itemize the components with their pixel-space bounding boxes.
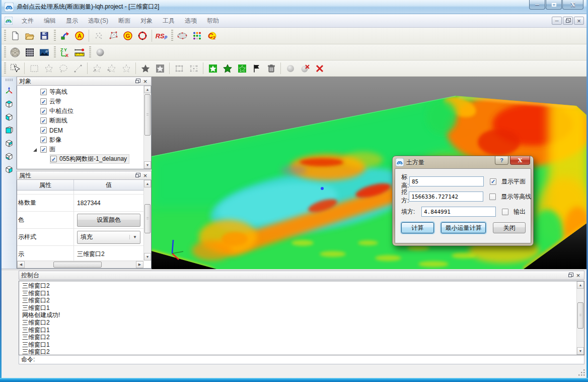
resample-button[interactable]: RSp: [154, 29, 169, 43]
accept-selection-button[interactable]: [220, 61, 235, 75]
expand-arrow-icon[interactable]: [33, 148, 37, 152]
menu-select[interactable]: 选取(S): [83, 14, 113, 27]
toolbar-grip[interactable]: [4, 46, 6, 58]
flag-button[interactable]: [249, 61, 264, 75]
export-checkbox[interactable]: [502, 209, 508, 215]
checkbox-checked[interactable]: ✓: [40, 127, 47, 134]
checkbox-checked[interactable]: ✓: [40, 117, 47, 124]
window-border-bottom[interactable]: [0, 378, 588, 382]
viewport-3d[interactable]: 土方量 ? X 标高: ✓显示平面 挖方: 显示等高线: [152, 77, 586, 269]
menu-file[interactable]: 文件: [17, 14, 39, 27]
show-plane-checkbox[interactable]: ✓: [490, 178, 496, 185]
mdi-minimize-button[interactable]: ─: [552, 17, 562, 25]
delete-selection-button[interactable]: [264, 61, 278, 75]
polyline-select-button[interactable]: [70, 61, 85, 75]
object-panel-float-button[interactable]: [134, 78, 141, 85]
toolbar-grip[interactable]: [4, 30, 6, 42]
view-left-button[interactable]: [3, 110, 15, 123]
mesh-build-button[interactable]: [106, 29, 120, 43]
properties-panel-float-button[interactable]: [134, 172, 141, 179]
elevation-input[interactable]: [409, 176, 484, 186]
save-button[interactable]: [37, 29, 51, 43]
scroll-down-button[interactable]: ▼: [577, 347, 584, 355]
set-color-button[interactable]: 设置颜色: [77, 214, 140, 227]
lasso-select-button[interactable]: [56, 61, 70, 75]
sphere-tool-button[interactable]: [283, 61, 298, 75]
ellipse-fit-button[interactable]: [175, 29, 189, 43]
checkbox-checked[interactable]: ✓: [40, 98, 47, 105]
title-bar[interactable]: 鼎创点云处理系统(断面测量)-lqh.project - [三维窗口2] ─ X: [2, 0, 586, 14]
measure-button[interactable]: [72, 45, 87, 59]
object-panel-close-button[interactable]: ×: [141, 78, 149, 85]
axes-setup-button[interactable]: ZYX: [57, 45, 72, 59]
geosphere-button[interactable]: [8, 45, 22, 59]
rect-select-button[interactable]: [27, 61, 41, 75]
scroll-thumb[interactable]: [577, 302, 583, 329]
classify-colors-button[interactable]: [189, 29, 204, 43]
mdi-close-button[interactable]: ×: [574, 17, 584, 25]
column-header-name[interactable]: 属性: [17, 180, 74, 190]
resize-grip-icon[interactable]: [578, 369, 585, 376]
new-file-button[interactable]: [8, 29, 22, 43]
calculate-button[interactable]: 计算: [401, 222, 434, 233]
toolbar-grip[interactable]: [4, 62, 6, 74]
cut-volume-input[interactable]: [409, 192, 483, 202]
open-project-button[interactable]: [22, 29, 37, 43]
scroll-thumb[interactable]: [144, 204, 151, 233]
menu-help[interactable]: 帮助: [202, 14, 224, 27]
tree-item-centerstakes[interactable]: ✓中桩点位: [17, 106, 143, 116]
window-close-button[interactable]: X: [562, 0, 583, 10]
properties-vscrollbar[interactable]: ▲ ▼: [143, 180, 151, 261]
menu-tools[interactable]: 工具: [158, 14, 180, 27]
mdi-restore-button[interactable]: [563, 17, 573, 25]
view-bottom-button[interactable]: [3, 150, 15, 163]
min-haul-calculate-button[interactable]: 最小运量计算: [441, 222, 486, 233]
select-add-button[interactable]: [104, 61, 119, 75]
sphere-render-button[interactable]: [93, 45, 107, 59]
scroll-right-button[interactable]: ▶: [136, 261, 143, 268]
tree-item-delaunay[interactable]: ✓055构网数据-1_delaunay: [17, 154, 143, 164]
column-header-value[interactable]: 值: [74, 181, 143, 189]
properties-panel-close-button[interactable]: ×: [141, 172, 149, 179]
dock-grip[interactable]: [6, 79, 13, 81]
console-float-button[interactable]: [567, 272, 574, 279]
ring-nodes-button[interactable]: [135, 29, 150, 43]
select-invert-button[interactable]: [119, 61, 133, 75]
axes-view-button[interactable]: [3, 84, 15, 97]
menu-view[interactable]: 显示: [61, 14, 83, 27]
console-log[interactable]: 三维窗口2 三维窗口1 三维窗口2 三维窗口1 网格创建成功! 三维窗口2 三维…: [19, 281, 584, 355]
checkbox-checked[interactable]: ✓: [40, 137, 47, 143]
object-panel-header[interactable]: 对象 ×: [17, 77, 152, 86]
checkbox-checked[interactable]: ✓: [40, 146, 47, 153]
c2-tool-button[interactable]: C2: [204, 29, 218, 43]
view-front-button[interactable]: [3, 123, 15, 137]
dialog-help-button[interactable]: ?: [495, 156, 508, 165]
toolbar-grip[interactable]: [171, 30, 173, 42]
sphere-delete-button[interactable]: [298, 61, 312, 75]
scroll-thumb[interactable]: [144, 94, 151, 136]
checkbox-checked[interactable]: ✓: [40, 89, 47, 95]
fill-volume-input[interactable]: [421, 207, 496, 217]
selection-mask-button[interactable]: [153, 61, 167, 75]
toolbar-grip[interactable]: [54, 30, 56, 42]
earthwork-dialog[interactable]: 土方量 ? X 标高: ✓显示平面 挖方: 显示等高线: [392, 156, 534, 246]
console-scrollbar[interactable]: ▲ ▼: [576, 281, 584, 355]
show-contours-checkbox[interactable]: [489, 194, 496, 200]
label-a-button[interactable]: A: [72, 29, 87, 43]
tree-item-contours[interactable]: ✓等高线: [17, 87, 143, 97]
select-subtract-button[interactable]: [90, 61, 104, 75]
transform-button[interactable]: [57, 29, 72, 43]
cancel-button[interactable]: [312, 61, 327, 75]
console-header[interactable]: 控制台 ×: [19, 271, 584, 280]
checkbox-checked[interactable]: ✓: [40, 108, 47, 114]
tree-item-cloudband[interactable]: ✓云带: [17, 97, 143, 106]
tree-item-surface[interactable]: ✓面: [17, 145, 143, 154]
console-close-button[interactable]: ×: [574, 272, 582, 279]
fence-select-button[interactable]: [172, 61, 186, 75]
keep-selection-button[interactable]: [205, 61, 220, 75]
scroll-up-button[interactable]: ▲: [144, 86, 151, 93]
scroll-up-button[interactable]: ▲: [144, 180, 151, 187]
scroll-up-button[interactable]: ▲: [577, 281, 584, 289]
properties-panel-header[interactable]: 属性 ×: [17, 171, 152, 180]
scroll-left-button[interactable]: ◀: [17, 261, 25, 268]
